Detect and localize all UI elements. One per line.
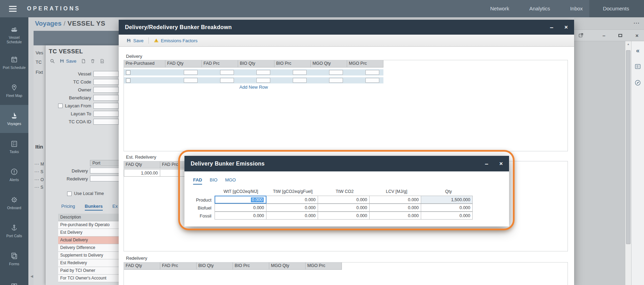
emissions-cell[interactable]: 0.000	[369, 196, 421, 204]
window-minimize-button[interactable]: –	[602, 33, 605, 38]
fad-qty-input[interactable]	[184, 70, 198, 75]
pre-purchased-checkbox[interactable]	[126, 70, 130, 75]
emissions-qty-cell[interactable]: 1,500.000	[421, 196, 473, 204]
report-document-icon[interactable]	[100, 59, 105, 64]
copy-document-icon[interactable]	[81, 59, 86, 64]
vertical-scrollbar[interactable]: ▲	[625, 41, 631, 285]
laycan-from-field[interactable]	[93, 103, 119, 109]
hamburger-menu-icon[interactable]	[9, 6, 17, 12]
vessel-field[interactable]	[93, 71, 119, 77]
sidebar-item-onboard[interactable]: Onboard	[0, 189, 28, 217]
mgo-prc-input[interactable]	[365, 70, 379, 75]
grid-row[interactable]: Delivery Difference	[58, 244, 119, 252]
edit-circle-icon[interactable]	[634, 79, 641, 86]
sidebar-item-partial[interactable]	[0, 273, 28, 285]
scrollbar-thumb[interactable]	[626, 50, 631, 244]
emissions-cell[interactable]: 0.000	[318, 196, 370, 204]
tab-bio[interactable]: BIO	[210, 177, 217, 185]
window-maximize-button[interactable]	[618, 34, 622, 37]
tab-fad[interactable]: FAD	[193, 177, 202, 185]
list-panel-icon[interactable]	[634, 63, 641, 70]
pre-purchased-checkbox[interactable]	[126, 78, 130, 83]
itinerary-row[interactable]: ···M	[35, 162, 44, 167]
emissions-cell[interactable]: 0.000	[266, 196, 318, 204]
save-button[interactable]: Save	[60, 59, 76, 64]
row-menu-icon[interactable]: ···	[35, 162, 39, 166]
emissions-cell[interactable]: 0.000	[266, 212, 318, 220]
sidebar-item-port-schedule[interactable]: Port Schedule	[0, 49, 28, 77]
emissions-cell[interactable]: 0.000	[369, 212, 421, 220]
emissions-cell[interactable]: 0.000	[421, 204, 473, 212]
laycan-to-field[interactable]	[93, 111, 119, 117]
mgo-qty-input[interactable]	[329, 70, 343, 75]
close-icon[interactable]: ×	[564, 24, 568, 30]
emissions-cell[interactable]: 0.000	[318, 212, 370, 220]
fad-prc-input[interactable]	[220, 70, 234, 75]
nav-inbox[interactable]: Inbox	[560, 0, 593, 17]
fad-prc-input[interactable]	[220, 78, 234, 83]
breadcrumb-voyages-link[interactable]: Voyages	[35, 20, 62, 27]
emissions-cell[interactable]: 0.000	[318, 204, 370, 212]
tab-pricing[interactable]: Pricing	[61, 204, 75, 211]
more-options-icon[interactable]: ···	[634, 20, 640, 26]
window-close-button[interactable]: ×	[635, 33, 638, 38]
row-menu-icon[interactable]: ···	[35, 185, 39, 189]
bio-qty-input[interactable]	[256, 78, 270, 83]
beneficiary-field[interactable]	[93, 95, 119, 101]
tab-expenses[interactable]: Ex	[112, 204, 118, 211]
mgo-prc-input[interactable]	[365, 78, 379, 83]
fad-qty-input[interactable]	[184, 78, 198, 83]
emissions-cell[interactable]: 0.000	[215, 204, 266, 212]
emissions-cell[interactable]: 0.000	[215, 212, 266, 220]
sidebar-item-port-calls[interactable]: Port Calls	[0, 217, 28, 245]
delete-trash-icon[interactable]	[90, 59, 95, 64]
minimize-icon[interactable]: –	[550, 24, 553, 30]
fad-qty-cell[interactable]: 1,000.00	[124, 169, 160, 177]
itinerary-row[interactable]: ···O	[35, 177, 44, 182]
grid-row[interactable]: Paid by TCI Owner	[58, 267, 119, 275]
delivery-port-field[interactable]	[90, 168, 119, 173]
row-menu-icon[interactable]: ···	[35, 170, 39, 174]
itinerary-row[interactable]: ···S	[35, 169, 43, 174]
grid-row[interactable]: For TCI Owner's Account	[58, 275, 119, 282]
laycan-checkbox[interactable]	[58, 104, 63, 108]
nav-analytics[interactable]: Analytics	[519, 0, 560, 17]
tc-code-field[interactable]	[93, 79, 119, 85]
nav-documents[interactable]: Documents	[593, 0, 639, 17]
row-menu-icon[interactable]: ···	[35, 178, 39, 182]
emissions-cell[interactable]: 0.000	[421, 212, 473, 220]
redelivery-port-field[interactable]	[90, 176, 119, 181]
emissions-cell-focused[interactable]: 0.000	[215, 196, 266, 204]
use-local-time-checkbox[interactable]	[67, 192, 72, 196]
grid-row[interactable]: Supplement to Delivery	[58, 252, 119, 259]
grid-row[interactable]: Pre-purchased By Operato	[58, 221, 119, 229]
collapse-panel-icon[interactable]: «	[636, 47, 640, 54]
search-icon[interactable]	[50, 59, 55, 64]
grid-row-selected[interactable]: Actual Delivery	[58, 237, 119, 244]
mgo-qty-input[interactable]	[329, 78, 343, 83]
tc-coa-id-field[interactable]	[93, 119, 119, 125]
sidebar-item-fleet-map[interactable]: Fleet Map	[0, 77, 28, 105]
itinerary-row[interactable]: ···S	[35, 185, 43, 190]
emissions-cell[interactable]: 0.000	[266, 204, 318, 212]
scroll-left-arrow-icon[interactable]: ◀	[30, 274, 33, 278]
sidebar-item-tasks[interactable]: Tasks	[0, 133, 28, 161]
emissions-cell[interactable]: 0.000	[369, 204, 421, 212]
sidebar-item-vessel-schedule[interactable]: Vessel Schedule	[0, 21, 28, 49]
save-button[interactable]: Save	[124, 38, 146, 43]
emissions-factors-button[interactable]: Emissions Factors	[151, 38, 200, 43]
sidebar-item-alerts[interactable]: Alerts	[0, 161, 28, 189]
tab-bunkers[interactable]: Bunkers	[85, 204, 103, 211]
grid-row[interactable]: Est Delivery	[58, 229, 119, 237]
open-external-icon[interactable]	[578, 33, 584, 38]
owner-field[interactable]	[93, 87, 119, 93]
sidebar-item-forms[interactable]: Forms	[0, 245, 28, 273]
add-new-row-link[interactable]: Add New Row	[124, 84, 383, 90]
nav-network[interactable]: Network	[480, 0, 519, 17]
grid-row[interactable]: Est Redelivery	[58, 259, 119, 267]
bio-qty-input[interactable]	[256, 70, 270, 75]
scroll-up-arrow-icon[interactable]: ▲	[625, 41, 631, 47]
tab-mgo[interactable]: MGO	[225, 177, 236, 185]
bio-prc-input[interactable]	[293, 78, 307, 83]
close-icon[interactable]: ×	[499, 161, 503, 167]
